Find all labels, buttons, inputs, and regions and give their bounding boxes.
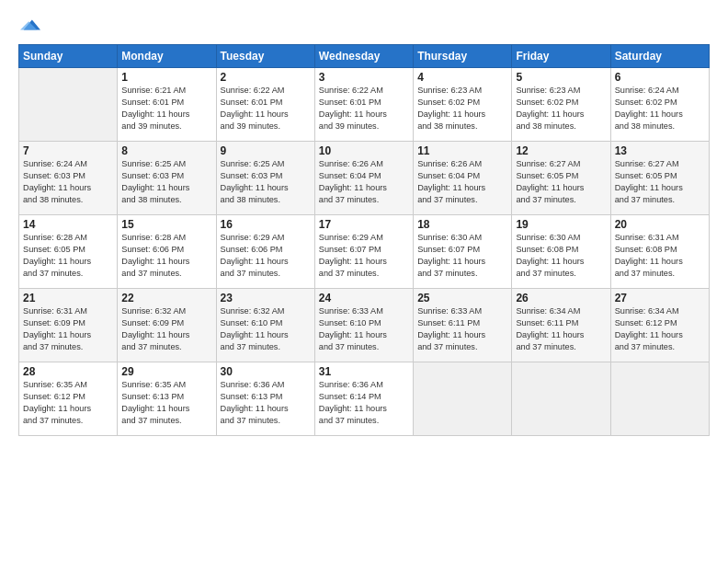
day-info: Sunrise: 6:28 AM Sunset: 6:06 PM Dayligh… [121,232,211,280]
calendar-cell: 27Sunrise: 6:34 AM Sunset: 6:12 PM Dayli… [610,289,709,362]
weekday-header: Thursday [414,45,512,68]
header [18,15,710,35]
calendar-cell: 4Sunrise: 6:23 AM Sunset: 6:02 PM Daylig… [414,68,512,142]
day-info: Sunrise: 6:28 AM Sunset: 6:05 PM Dayligh… [23,232,113,280]
calendar-cell [19,68,118,142]
day-info: Sunrise: 6:33 AM Sunset: 6:11 PM Dayligh… [417,305,507,353]
calendar-cell: 31Sunrise: 6:36 AM Sunset: 6:14 PM Dayli… [314,362,413,436]
calendar-cell [512,362,610,436]
day-number: 3 [319,71,409,84]
day-number: 5 [516,71,606,84]
day-info: Sunrise: 6:32 AM Sunset: 6:10 PM Dayligh… [221,305,311,353]
calendar-week-row: 28Sunrise: 6:35 AM Sunset: 6:12 PM Dayli… [19,362,710,436]
calendar-cell: 29Sunrise: 6:35 AM Sunset: 6:13 PM Dayli… [118,362,216,436]
day-info: Sunrise: 6:22 AM Sunset: 6:01 PM Dayligh… [319,85,409,132]
calendar: SundayMondayTuesdayWednesdayThursdayFrid… [18,44,710,436]
day-info: Sunrise: 6:35 AM Sunset: 6:12 PM Dayligh… [23,379,113,427]
day-info: Sunrise: 6:30 AM Sunset: 6:08 PM Dayligh… [516,232,606,280]
day-number: 31 [319,365,409,378]
day-number: 25 [417,292,507,304]
day-info: Sunrise: 6:24 AM Sunset: 6:02 PM Dayligh… [615,85,705,132]
calendar-cell: 3Sunrise: 6:22 AM Sunset: 6:01 PM Daylig… [314,68,413,142]
day-info: Sunrise: 6:25 AM Sunset: 6:03 PM Dayligh… [221,158,311,206]
day-info: Sunrise: 6:24 AM Sunset: 6:03 PM Dayligh… [23,158,113,206]
calendar-cell: 9Sunrise: 6:25 AM Sunset: 6:03 PM Daylig… [216,142,314,215]
calendar-cell: 26Sunrise: 6:34 AM Sunset: 6:11 PM Dayli… [512,289,610,362]
day-number: 30 [221,365,311,378]
day-info: Sunrise: 6:23 AM Sunset: 6:02 PM Dayligh… [417,85,507,132]
day-number: 29 [121,365,211,378]
day-number: 20 [615,218,705,231]
calendar-cell: 10Sunrise: 6:26 AM Sunset: 6:04 PM Dayli… [314,142,413,215]
day-number: 15 [121,218,211,231]
day-info: Sunrise: 6:22 AM Sunset: 6:01 PM Dayligh… [221,85,311,132]
day-info: Sunrise: 6:26 AM Sunset: 6:04 PM Dayligh… [417,158,507,206]
day-info: Sunrise: 6:21 AM Sunset: 6:01 PM Dayligh… [121,85,211,132]
calendar-week-row: 14Sunrise: 6:28 AM Sunset: 6:05 PM Dayli… [19,215,710,289]
weekday-header: Tuesday [216,45,314,68]
weekday-row: SundayMondayTuesdayWednesdayThursdayFrid… [19,45,710,68]
calendar-cell: 16Sunrise: 6:29 AM Sunset: 6:06 PM Dayli… [216,215,314,289]
day-number: 7 [23,144,113,157]
day-number: 24 [319,292,409,304]
calendar-header: SundayMondayTuesdayWednesdayThursdayFrid… [19,45,710,68]
weekday-header: Wednesday [314,45,413,68]
day-info: Sunrise: 6:32 AM Sunset: 6:09 PM Dayligh… [121,305,211,353]
weekday-header: Friday [512,45,610,68]
day-info: Sunrise: 6:29 AM Sunset: 6:07 PM Dayligh… [319,232,409,280]
day-number: 17 [319,218,409,231]
calendar-cell: 14Sunrise: 6:28 AM Sunset: 6:05 PM Dayli… [19,215,118,289]
day-number: 12 [516,144,606,157]
weekday-header: Sunday [19,45,118,68]
calendar-cell [610,362,709,436]
calendar-cell: 19Sunrise: 6:30 AM Sunset: 6:08 PM Dayli… [512,215,610,289]
day-info: Sunrise: 6:23 AM Sunset: 6:02 PM Dayligh… [516,85,606,132]
day-info: Sunrise: 6:26 AM Sunset: 6:04 PM Dayligh… [319,158,409,206]
day-info: Sunrise: 6:27 AM Sunset: 6:05 PM Dayligh… [516,158,606,206]
calendar-cell: 8Sunrise: 6:25 AM Sunset: 6:03 PM Daylig… [118,142,216,215]
calendar-cell: 28Sunrise: 6:35 AM Sunset: 6:12 PM Dayli… [19,362,118,436]
calendar-cell: 21Sunrise: 6:31 AM Sunset: 6:09 PM Dayli… [19,289,118,362]
page: SundayMondayTuesdayWednesdayThursdayFrid… [0,0,728,563]
day-info: Sunrise: 6:27 AM Sunset: 6:05 PM Dayligh… [615,158,705,206]
calendar-cell: 17Sunrise: 6:29 AM Sunset: 6:07 PM Dayli… [314,215,413,289]
day-number: 11 [417,144,507,157]
day-info: Sunrise: 6:35 AM Sunset: 6:13 PM Dayligh… [121,379,211,427]
day-number: 13 [615,144,705,157]
day-info: Sunrise: 6:36 AM Sunset: 6:14 PM Dayligh… [319,379,409,427]
day-number: 9 [221,144,311,157]
calendar-cell: 23Sunrise: 6:32 AM Sunset: 6:10 PM Dayli… [216,289,314,362]
day-info: Sunrise: 6:29 AM Sunset: 6:06 PM Dayligh… [221,232,311,280]
calendar-cell: 30Sunrise: 6:36 AM Sunset: 6:13 PM Dayli… [216,362,314,436]
day-number: 1 [121,71,211,84]
calendar-cell [414,362,512,436]
day-info: Sunrise: 6:31 AM Sunset: 6:09 PM Dayligh… [23,305,113,353]
logo-icon [20,15,40,35]
day-info: Sunrise: 6:25 AM Sunset: 6:03 PM Dayligh… [121,158,211,206]
calendar-week-row: 21Sunrise: 6:31 AM Sunset: 6:09 PM Dayli… [19,289,710,362]
day-info: Sunrise: 6:36 AM Sunset: 6:13 PM Dayligh… [221,379,311,427]
calendar-week-row: 1Sunrise: 6:21 AM Sunset: 6:01 PM Daylig… [19,68,710,142]
day-info: Sunrise: 6:33 AM Sunset: 6:10 PM Dayligh… [319,305,409,353]
day-number: 22 [121,292,211,304]
day-info: Sunrise: 6:34 AM Sunset: 6:12 PM Dayligh… [615,305,705,353]
day-number: 8 [121,144,211,157]
day-info: Sunrise: 6:31 AM Sunset: 6:08 PM Dayligh… [615,232,705,280]
calendar-body: 1Sunrise: 6:21 AM Sunset: 6:01 PM Daylig… [19,68,710,436]
calendar-cell: 15Sunrise: 6:28 AM Sunset: 6:06 PM Dayli… [118,215,216,289]
calendar-cell: 11Sunrise: 6:26 AM Sunset: 6:04 PM Dayli… [414,142,512,215]
day-info: Sunrise: 6:30 AM Sunset: 6:07 PM Dayligh… [417,232,507,280]
day-number: 18 [417,218,507,231]
day-number: 4 [417,71,507,84]
day-number: 14 [23,218,113,231]
day-number: 26 [516,292,606,304]
calendar-cell: 22Sunrise: 6:32 AM Sunset: 6:09 PM Dayli… [118,289,216,362]
calendar-cell: 13Sunrise: 6:27 AM Sunset: 6:05 PM Dayli… [610,142,709,215]
day-number: 23 [221,292,311,304]
calendar-cell: 1Sunrise: 6:21 AM Sunset: 6:01 PM Daylig… [118,68,216,142]
day-number: 21 [23,292,113,304]
day-number: 10 [319,144,409,157]
calendar-cell: 25Sunrise: 6:33 AM Sunset: 6:11 PM Dayli… [414,289,512,362]
calendar-cell: 6Sunrise: 6:24 AM Sunset: 6:02 PM Daylig… [610,68,709,142]
logo [18,15,40,35]
